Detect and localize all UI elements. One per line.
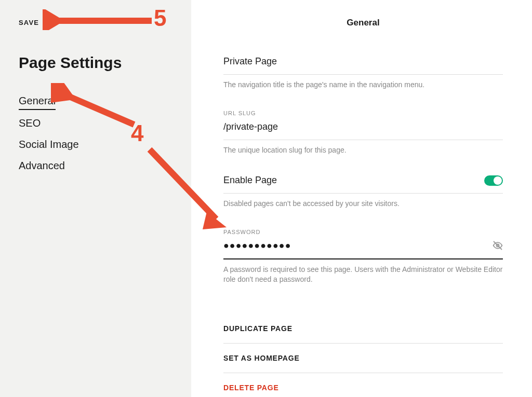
duplicate-page-button[interactable]: DUPLICATE PAGE	[223, 314, 503, 344]
url-slug-help: The unique location slug for this page.	[223, 145, 503, 156]
url-slug-input[interactable]: /private-page	[223, 121, 503, 140]
page-name-field: Private Page The navigation title is the…	[223, 56, 503, 90]
settings-nav: General SEO Social Image Advanced	[19, 90, 172, 176]
nav-item-social-image[interactable]: Social Image	[19, 134, 172, 155]
nav-item-seo[interactable]: SEO	[19, 113, 172, 134]
url-slug-label: URL SLUG	[223, 110, 503, 116]
delete-page-button[interactable]: DELETE PAGE	[223, 373, 503, 397]
password-label: PASSWORD	[223, 229, 503, 235]
sidebar: SAVE Page Settings General SEO Social Im…	[0, 0, 191, 397]
password-field: PASSWORD ●●●●●●●●●●● A password is requi…	[223, 229, 503, 285]
save-button[interactable]: SAVE	[19, 19, 39, 26]
password-help: A password is required to see this page.…	[223, 265, 503, 285]
page-actions: DUPLICATE PAGE SET AS HOMEPAGE DELETE PA…	[223, 314, 503, 397]
main-panel: General Private Page The navigation titl…	[191, 0, 532, 397]
page-name-help: The navigation title is the page's name …	[223, 80, 503, 90]
url-slug-field: URL SLUG /private-page The unique locati…	[223, 110, 503, 156]
enable-page-field: Enable Page Disabled pages can't be acce…	[223, 175, 503, 209]
nav-item-advanced[interactable]: Advanced	[19, 155, 172, 176]
nav-item-general[interactable]: General	[19, 90, 56, 110]
enable-page-help: Disabled pages can't be accessed by your…	[223, 199, 503, 209]
set-homepage-button[interactable]: SET AS HOMEPAGE	[223, 344, 503, 373]
eye-off-icon[interactable]	[493, 240, 503, 251]
main-header: General	[223, 18, 503, 28]
enable-page-toggle[interactable]	[484, 175, 503, 186]
page-name-value[interactable]: Private Page	[223, 56, 503, 75]
page-title: Page Settings	[19, 54, 172, 72]
password-input[interactable]: ●●●●●●●●●●●	[223, 240, 291, 251]
enable-page-label: Enable Page	[223, 175, 277, 186]
